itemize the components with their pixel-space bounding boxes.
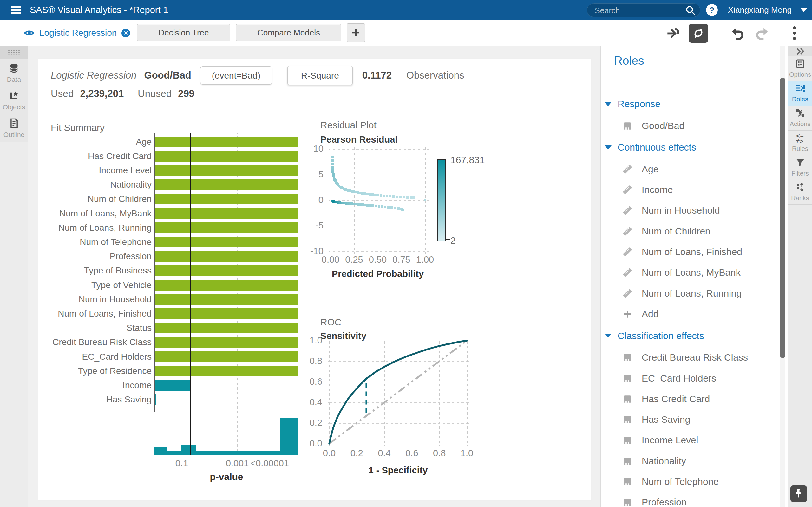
pin-button[interactable] — [791, 486, 807, 502]
residual-point — [331, 163, 334, 165]
rsquare-value: 0.1172 — [362, 70, 392, 81]
measure-icon — [623, 164, 632, 174]
role-item[interactable]: Num in Household — [601, 200, 778, 221]
panel-tab-ranks[interactable]: Ranks — [788, 180, 812, 205]
rail-grip-handle[interactable] — [0, 46, 28, 59]
observations-counts: Used 2,239,201 Unused 299 — [51, 88, 194, 100]
event-level-button[interactable]: (event=Bad) — [200, 66, 272, 84]
residual-point — [380, 194, 382, 197]
undo-button[interactable] — [729, 20, 745, 46]
role-item[interactable]: Age — [601, 159, 778, 179]
collapse-panel-button[interactable] — [788, 46, 812, 56]
panel-tab-filters[interactable]: Filters — [788, 155, 812, 180]
help-icon[interactable]: ? — [706, 4, 718, 16]
role-item[interactable]: Nationality — [601, 451, 778, 471]
menu-icon[interactable] — [11, 6, 21, 14]
role-item[interactable]: Num of Loans, MyBank — [601, 262, 778, 283]
roles-panel: Roles ResponseGood/BadContinuous effects… — [600, 46, 788, 507]
measure-icon — [623, 185, 632, 194]
redo-button[interactable] — [754, 20, 770, 46]
role-item[interactable]: Num of Telephone — [601, 471, 778, 492]
sidebar-item-data[interactable]: Data — [0, 59, 28, 87]
add-tab-button[interactable] — [347, 23, 365, 42]
add-effect-button[interactable]: Add — [601, 303, 778, 324]
panel-tab-actions[interactable]: Actions — [788, 106, 812, 130]
gridline-horizontal — [329, 175, 429, 175]
residual-point — [372, 205, 374, 207]
role-item[interactable]: Income — [601, 180, 778, 200]
sidebar-item-objects[interactable]: Objects — [0, 87, 28, 114]
p-value-bar — [155, 366, 299, 377]
role-item-label: Credit Bureau Risk Class — [642, 352, 748, 363]
role-item-label: Income Level — [642, 435, 698, 446]
sidebar-item-outline[interactable]: Outline — [0, 114, 28, 142]
unused-label: Unused — [138, 88, 171, 100]
role-item[interactable]: Credit Bureau Risk Class — [601, 347, 778, 368]
present-button[interactable] — [666, 20, 681, 46]
frequency-gradient-legend — [437, 159, 446, 241]
role-item-label: Profession — [642, 497, 687, 507]
auto-update-button[interactable] — [689, 24, 708, 43]
role-item[interactable]: EC_Card Holders — [601, 368, 778, 389]
tab-logistic-regression[interactable]: Logistic Regression ✕ — [24, 20, 130, 46]
panel-tab-roles[interactable]: Roles — [788, 81, 812, 106]
bar-category-label: Num of Children — [51, 192, 152, 206]
scrollbar-thumb[interactable] — [780, 78, 785, 358]
gridline-horizontal — [329, 200, 429, 201]
more-menu-icon[interactable] — [793, 26, 796, 40]
residual-point — [374, 193, 376, 196]
used-value: 2,239,201 — [80, 88, 124, 100]
role-item[interactable]: Good/Bad — [601, 115, 778, 136]
category-icon — [623, 498, 632, 507]
roles-section-response[interactable]: Response — [601, 93, 778, 115]
role-item[interactable]: Has Credit Card — [601, 389, 778, 409]
x-tick-label: 1.00 — [406, 255, 444, 265]
p-value-histogram-bin — [280, 418, 298, 455]
role-item[interactable]: Num of Loans, Finished — [601, 242, 778, 262]
search-icon[interactable] — [685, 5, 696, 15]
fit-statistic-button[interactable]: R-Square — [287, 66, 353, 85]
user-menu[interactable]: Xiangxiang Meng — [728, 0, 807, 20]
sidebar-item-label: Data — [7, 76, 21, 83]
y-tick-label: -5 — [296, 220, 323, 231]
role-item[interactable]: Profession — [601, 492, 778, 507]
residual-point — [331, 156, 334, 158]
bar-category-label: Has Saving — [51, 393, 152, 407]
data-cylinder-icon — [9, 63, 19, 75]
role-item[interactable]: Num of Loans, Running — [601, 283, 778, 303]
x-tick-label: 0.1 — [153, 458, 210, 469]
gridline-horizontal — [154, 425, 299, 425]
role-item[interactable]: Has Saving — [601, 409, 778, 430]
roles-section-classification-effects[interactable]: Classification effects — [601, 325, 778, 347]
objects-icon — [9, 90, 19, 102]
p-value-bar — [155, 280, 299, 291]
search-input[interactable] — [594, 5, 675, 16]
p-value-histogram-bin — [154, 451, 299, 455]
residual-point — [394, 207, 396, 210]
sidebar-item-label: Objects — [3, 103, 25, 111]
object-drag-handle[interactable] — [309, 59, 321, 63]
role-item-label: Num of Loans, Finished — [642, 246, 742, 257]
tab-compare-models[interactable]: Compare Models — [236, 24, 341, 41]
category-icon — [623, 477, 632, 487]
ranks-icon — [796, 182, 805, 193]
role-item[interactable]: Income Level — [601, 430, 778, 451]
panel-tab-label: Filters — [792, 170, 809, 177]
panel-tab-rules[interactable]: <=≠>Rules — [788, 130, 812, 155]
panel-tab-options[interactable]: Options — [788, 56, 812, 81]
residual-point — [402, 209, 404, 211]
gridline-vertical — [378, 147, 378, 254]
left-rail: DataObjectsOutline — [0, 46, 28, 507]
tab-decision-tree[interactable]: Decision Tree — [137, 24, 230, 41]
panel-tab-label: Rules — [792, 145, 808, 153]
role-item[interactable]: Num of Children — [601, 221, 778, 241]
options-icon — [796, 59, 805, 70]
roles-section-continuous-effects[interactable]: Continuous effects — [601, 136, 778, 159]
chevron-expanded-icon — [605, 102, 612, 106]
close-icon[interactable]: ✕ — [121, 29, 130, 38]
plus-icon — [351, 28, 361, 38]
top-bar: SAS® Visual Analytics - *Report 1 ? Xian… — [0, 0, 812, 20]
role-item-label: Num of Children — [642, 226, 711, 237]
model-name: Logistic Regression — [51, 70, 137, 81]
gridline-horizontal — [329, 226, 429, 226]
